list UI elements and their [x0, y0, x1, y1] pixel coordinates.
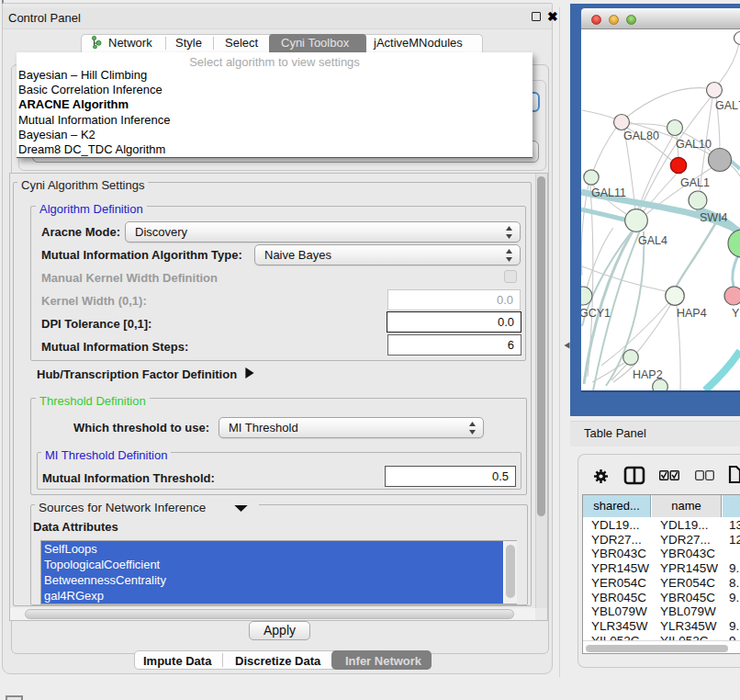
svg-text:GAL7: GAL7 [715, 99, 740, 112]
svg-text:GCY1: GCY1 [581, 307, 611, 320]
svg-text:HAP4: HAP4 [677, 307, 707, 320]
svg-text:SWI4: SWI4 [700, 211, 728, 224]
svg-text:GAL11: GAL11 [591, 186, 626, 199]
svg-text:Y: Y [732, 307, 740, 320]
svg-text:GAL80: GAL80 [623, 130, 659, 142]
svg-text:HAP2: HAP2 [633, 368, 663, 381]
svg-text:GAL4: GAL4 [638, 234, 667, 247]
svg-text:GAL10: GAL10 [676, 138, 712, 151]
svg-text:GAL1: GAL1 [680, 176, 710, 189]
